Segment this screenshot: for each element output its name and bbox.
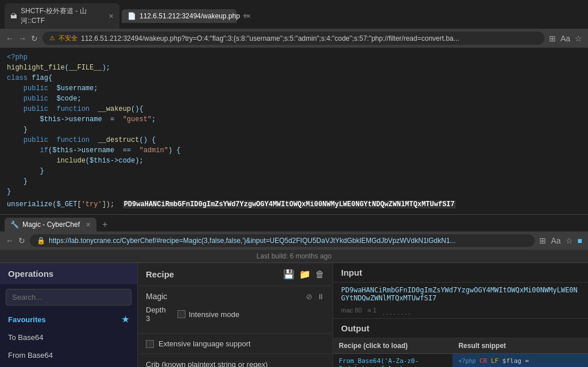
build-banner: Last build: 6 months ago [0,250,588,263]
depth-value: 3 [146,314,166,323]
code-line-6: public function __wakeup(){ [7,104,581,114]
tab-cyberchef[interactable]: 🔧 Magic - CyberChef ✕ [5,218,96,231]
lock-icon: ⚠ [49,34,55,42]
bookmark-icon[interactable]: ☆ [575,34,582,43]
result-var: $flag = [502,357,529,365]
search-input[interactable] [6,289,131,306]
sidebar-item-from-base64[interactable]: From Base64 [0,346,137,364]
crib-label: Crib (known plaintext string or regex) [146,360,268,367]
depth-row: Depth 3 Intensive mode [146,306,324,323]
recipe-header: Recipe 💾 📁 🗑 [138,263,332,286]
insecure-label: 不安全 [59,34,78,43]
sidebar-item-to-base64[interactable]: To Base64 [0,329,137,346]
toolbar-icons-2: ⊞ Aa ☆ ■ [539,236,582,245]
tab-label-chef: Magic - CyberChef [22,221,80,229]
code-line-13: } [7,176,581,187]
new-tab-button[interactable]: + [239,11,251,21]
code-line-4: public $username; [7,83,581,94]
input-value: PD9waHANCiRmbGFnID0gImZsYWd7YzgwOGY4MWIt… [333,283,588,306]
io-area: Input PD9waHANCiRmbGFnID0gImZsYWd7YzgwOG… [333,263,588,367]
output-section: Output Recipe (click to load) Result sni… [333,318,588,367]
tab-icon-chef: 🔧 [10,221,19,229]
magic-header: Magic ⊘ ⏸ [146,292,324,301]
result-cell: <?php CR LF $flag = "flag{c808f81b-9d12-… [452,354,588,368]
intensive-mode-checkbox[interactable] [177,310,185,318]
back-button-2[interactable]: ← [6,236,14,245]
result-line-1: <?php CR LF $flag = [458,357,582,365]
output-table: Recipe (click to load) Result snippet Fr… [333,338,588,367]
address-bar-1[interactable]: ⚠ 不安全 112.6.51.212:32494/wakeup.php?try=… [42,32,544,45]
cyberchef-main: Operations Favourites ★ To Base64 From B… [0,263,588,367]
code-line-11: include($this->code); [7,156,581,166]
depth-container: Depth 3 [146,306,166,323]
input-header: Input [333,263,588,283]
ext-lang-checkbox[interactable] [146,340,154,348]
forward-button[interactable]: → [18,34,26,43]
address-bar-row-1: ← → ↻ ⚠ 不安全 112.6.51.212:32494/wakeup.ph… [0,29,588,48]
sidebar-item-to-hex[interactable]: To Hex [0,364,137,367]
lf-tag: LF [491,357,498,365]
tab-wakeup[interactable]: 📄 112.6.51.212:32494/wakeup.php ✕ [122,9,237,23]
from-base64-label: From Base64 [8,351,53,360]
magic-controls: ⊘ ⏸ [306,292,324,301]
code-line-10: if($this->username == "admin") { [7,145,581,156]
code-line-8: } [7,125,581,135]
code-line-1: <?php [7,52,581,63]
code-line-12: } [7,166,581,176]
browser1: 🏔 SHCTF-校外赛道 - 山河::CTF ✕ 📄 112.6.51.212:… [0,0,588,48]
clear-recipe-button[interactable]: 🗑 [315,269,324,280]
cr-tag: CR [479,357,487,365]
recipe-icons: 💾 📁 🗑 [283,269,324,280]
dots-label: ........ [382,307,412,317]
tab-icon-2: 📄 [127,12,136,20]
result-flag-line: "flag{c808f81b-9d12-45c2-a44f-440ece1411… [458,365,582,367]
address-bar-2[interactable]: 🔒 https://lab.tonycrane.cc/CyberChef/#re… [30,234,535,247]
reload-button-2[interactable]: ↻ [18,236,25,245]
play-icon[interactable]: ⏸ [317,292,324,301]
tab-label: SHCTF-校外赛道 - 山河::CTF [21,6,103,26]
code-line-14: } [7,187,581,197]
bookmark-icon-2[interactable]: ☆ [566,236,573,245]
input-meta: mac 80 ≡ 1 ........ [333,306,588,318]
tab-shctf[interactable]: 🏔 SHCTF-校外赛道 - 山河::CTF ✕ [5,3,119,29]
code-line-3: class flag{ [7,73,581,83]
eq-label: ≡ 1 [368,307,377,317]
star-icon: ★ [122,315,129,324]
url-text-2: https://lab.tonycrane.cc/CyberChef/#reci… [49,237,528,245]
magic-title: Magic [146,292,167,301]
back-button[interactable]: ← [6,34,14,43]
url-text: 112.6.51.212:32494/wakeup.php?try=O:4:"f… [81,34,537,43]
col-recipe: Recipe (click to load) [333,338,452,354]
code-line-15: unserialize($_GET['try']); PD9waHANCiRmb… [7,199,581,210]
col-result: Result snippet [452,338,588,354]
translate-icon: ⊞ [549,34,556,43]
pause-icon[interactable]: ⊘ [306,292,312,301]
tab-close-chef[interactable]: ✕ [86,221,91,229]
code-line-2: highlight_file(__FILE__); [7,63,581,73]
tab-bar-2: 🔧 Magic - CyberChef ✕ + [0,215,588,231]
tab-label-2: 112.6.51.212:32494/wakeup.php [140,12,240,20]
table-row[interactable]: From_Base64('A-Za-z0-9+/=',true,false) <… [333,354,588,368]
code-area: <?php highlight_file(__FILE__); class fl… [0,48,588,215]
intensive-mode-text: Intensive mode [189,310,239,319]
ext-lang-label: Extensive language support [158,339,250,348]
operations-header: Operations [0,263,137,284]
tab-bar-1: 🏔 SHCTF-校外赛道 - 山河::CTF ✕ 📄 112.6.51.212:… [0,0,588,29]
magic-section: Magic ⊘ ⏸ Depth 3 Intensive mode [138,286,332,334]
recipe-title: Recipe [146,269,174,279]
open-folder-button[interactable]: 📁 [299,269,311,280]
mac-label: mac 80 [341,307,362,317]
intensive-mode-label[interactable]: Intensive mode [177,310,239,319]
code-line-5: public $code; [7,94,581,104]
tab-close-1[interactable]: ✕ [109,13,114,20]
code-line-7: $this->username = "guest"; [7,114,581,125]
save-recipe-button[interactable]: 💾 [283,269,295,280]
crib-row: Crib (known plaintext string or regex) [138,354,332,367]
new-tab-button-2[interactable]: + [99,219,111,230]
recipe-area: Recipe 💾 📁 🗑 Magic ⊘ ⏸ Depth [138,263,333,367]
code-line-9: public function __destruct() { [7,135,581,145]
favourites-item[interactable]: Favourites ★ [0,310,137,329]
highlight-text: PD9waHANCiRmbGFnID0gImZsYWd7YzgwOGY4MWIt… [123,200,456,208]
browser2: 🔧 Magic - CyberChef ✕ + ← ↻ 🔒 https://la… [0,215,588,250]
reload-button[interactable]: ↻ [31,34,38,43]
